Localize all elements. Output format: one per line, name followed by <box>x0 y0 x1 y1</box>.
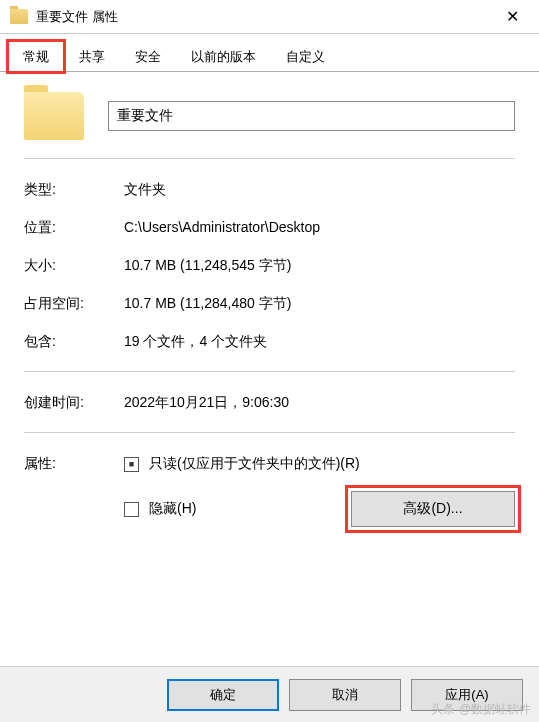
row-location: 位置: C:\Users\Administrator\Desktop <box>24 219 515 237</box>
label-location: 位置: <box>24 219 124 237</box>
window-title: 重要文件 属性 <box>36 8 489 26</box>
attributes-section: 属性: 只读(仅应用于文件夹中的文件)(R) 隐藏(H) 高级(D)... <box>24 455 515 527</box>
row-created: 创建时间: 2022年10月21日，9:06:30 <box>24 394 515 412</box>
close-button[interactable]: ✕ <box>489 2 535 32</box>
divider <box>24 371 515 372</box>
large-folder-icon <box>24 92 84 140</box>
row-contains: 包含: 19 个文件，4 个文件夹 <box>24 333 515 351</box>
value-disksize: 10.7 MB (11,284,480 字节) <box>124 295 515 313</box>
row-size: 大小: 10.7 MB (11,248,545 字节) <box>24 257 515 275</box>
folder-icon <box>10 9 28 24</box>
tab-strip: 常规 共享 安全 以前的版本 自定义 <box>0 34 539 72</box>
apply-button[interactable]: 应用(A) <box>411 679 523 711</box>
label-disksize: 占用空间: <box>24 295 124 313</box>
tab-general[interactable]: 常规 <box>8 41 64 72</box>
value-location: C:\Users\Administrator\Desktop <box>124 219 515 237</box>
tab-sharing[interactable]: 共享 <box>64 41 120 72</box>
tab-customize[interactable]: 自定义 <box>271 41 340 72</box>
hidden-label: 隐藏(H) <box>149 500 196 518</box>
cancel-button[interactable]: 取消 <box>289 679 401 711</box>
label-size: 大小: <box>24 257 124 275</box>
hidden-row: 隐藏(H) <box>124 500 196 518</box>
folder-name-input[interactable] <box>108 101 515 131</box>
hidden-checkbox[interactable] <box>124 502 139 517</box>
value-size: 10.7 MB (11,248,545 字节) <box>124 257 515 275</box>
readonly-checkbox[interactable] <box>124 457 139 472</box>
label-attributes: 属性: <box>24 455 124 527</box>
divider <box>24 432 515 433</box>
value-created: 2022年10月21日，9:06:30 <box>124 394 515 412</box>
titlebar: 重要文件 属性 ✕ <box>0 0 539 34</box>
tab-previous-versions[interactable]: 以前的版本 <box>176 41 271 72</box>
label-contains: 包含: <box>24 333 124 351</box>
dialog-button-bar: 确定 取消 应用(A) <box>0 666 539 722</box>
value-type: 文件夹 <box>124 181 515 199</box>
folder-header <box>24 92 515 159</box>
advanced-button[interactable]: 高级(D)... <box>351 491 515 527</box>
label-type: 类型: <box>24 181 124 199</box>
value-contains: 19 个文件，4 个文件夹 <box>124 333 515 351</box>
row-type: 类型: 文件夹 <box>24 181 515 199</box>
row-disksize: 占用空间: 10.7 MB (11,284,480 字节) <box>24 295 515 313</box>
content-panel: 类型: 文件夹 位置: C:\Users\Administrator\Deskt… <box>0 72 539 547</box>
ok-button[interactable]: 确定 <box>167 679 279 711</box>
tab-security[interactable]: 安全 <box>120 41 176 72</box>
readonly-label: 只读(仅应用于文件夹中的文件)(R) <box>149 455 360 473</box>
label-created: 创建时间: <box>24 394 124 412</box>
readonly-row: 只读(仅应用于文件夹中的文件)(R) <box>124 455 515 473</box>
